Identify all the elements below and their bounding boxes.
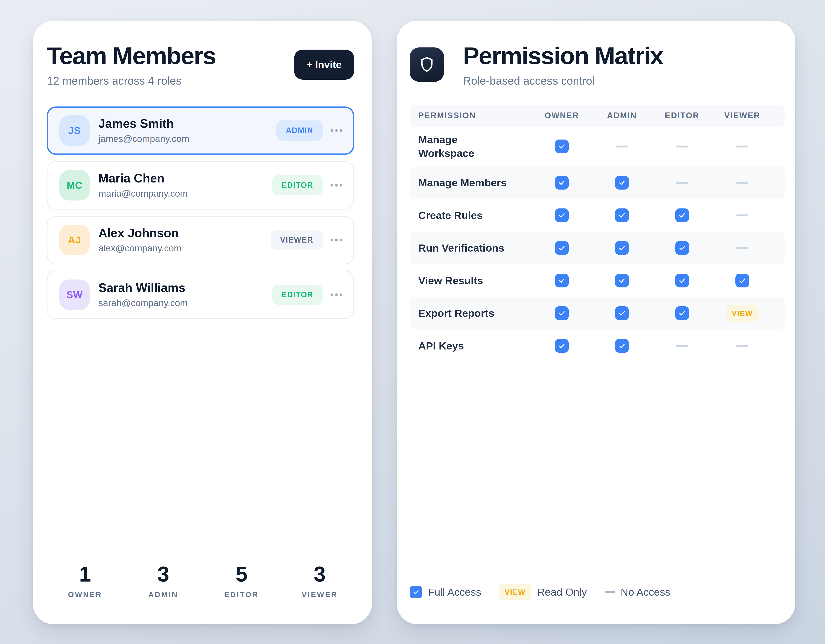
permission-label: Manage Workspace: [410, 132, 511, 160]
team-role-stats: 1 OWNER 3 ADMIN 5 EDITOR 3 VIEWER: [37, 544, 368, 599]
checkbox-checked-icon[interactable]: [555, 306, 569, 320]
checkbox-checked-icon[interactable]: [675, 241, 689, 255]
legend-item-read-only: VIEW Read Only: [499, 584, 587, 600]
member-row[interactable]: SW Sarah Williams sarah@company.com EDIT…: [47, 271, 354, 319]
member-row[interactable]: MC Maria Chen maria@company.com EDITOR: [47, 161, 354, 210]
permission-cell: [712, 247, 772, 249]
permission-matrix-panel: Permission Matrix Role-based access cont…: [397, 21, 796, 624]
permission-cell: [652, 182, 712, 184]
permission-cell: [532, 306, 592, 320]
checkbox-checked-icon[interactable]: [615, 208, 629, 222]
stat-value: 5: [202, 563, 281, 585]
member-list: JS James Smith james@company.com ADMIN M…: [47, 106, 354, 319]
checkbox-checked-icon[interactable]: [555, 241, 569, 255]
permission-row: View Results: [410, 264, 785, 297]
permission-cell: [712, 345, 772, 347]
checkbox-checked-icon[interactable]: [675, 274, 689, 287]
permission-row: Create Rules: [410, 199, 785, 232]
team-members-panel: Team Members 12 members across 4 roles +…: [32, 21, 372, 624]
no-access-dash-icon: [736, 214, 748, 216]
no-access-dash-icon: [736, 345, 748, 347]
column-header-editor: EDITOR: [652, 111, 712, 120]
permission-table-body: Manage Workspace Manage Members Create R…: [410, 127, 785, 362]
role-stat: 1 OWNER: [46, 563, 124, 599]
checkbox-checked-icon[interactable]: [615, 339, 629, 353]
permission-cell: [652, 208, 712, 222]
permission-row: API Keys: [410, 330, 785, 362]
member-actions: ADMIN: [276, 120, 343, 140]
member-info: Sarah Williams sarah@company.com: [98, 282, 188, 308]
avatar: SW: [59, 279, 90, 310]
permission-cell: [592, 339, 652, 353]
column-header-viewer: VIEWER: [712, 111, 772, 120]
permission-label: Run Verifications: [410, 241, 511, 255]
member-email: james@company.com: [98, 134, 189, 144]
permission-cell: [652, 306, 712, 320]
more-options-icon[interactable]: [330, 291, 343, 298]
checkbox-checked-icon[interactable]: [555, 339, 569, 353]
checkbox-checked-icon[interactable]: [615, 274, 629, 287]
role-stat: 3 VIEWER: [281, 563, 359, 599]
avatar: MC: [59, 170, 90, 200]
member-name: Alex Johnson: [98, 227, 182, 240]
member-role-badge: EDITOR: [272, 285, 323, 305]
no-access-dash-icon: [736, 146, 748, 148]
permission-cell: [532, 208, 592, 222]
permission-cell: [712, 214, 772, 216]
permission-row: Manage Workspace: [410, 127, 785, 166]
matrix-title-block: Permission Matrix Role-based access cont…: [463, 42, 663, 87]
permission-cell: [592, 176, 652, 190]
checkbox-checked-icon[interactable]: [735, 274, 749, 287]
member-role-badge: EDITOR: [272, 175, 323, 195]
permission-label: Export Reports: [410, 306, 511, 320]
legend-label: Full Access: [428, 586, 481, 598]
checkbox-checked-icon[interactable]: [555, 140, 569, 153]
column-header-owner: OWNER: [532, 111, 592, 120]
permission-cell: [712, 146, 772, 148]
permission-label: Manage Members: [410, 176, 511, 190]
permission-cell: [592, 274, 652, 287]
no-access-dash-icon: [676, 345, 688, 347]
permission-row: Run Verifications: [410, 232, 785, 264]
checkbox-checked-icon[interactable]: [675, 306, 689, 320]
checkbox-checked-icon[interactable]: [555, 208, 569, 222]
member-name: James Smith: [98, 117, 189, 130]
avatar: AJ: [59, 225, 90, 255]
permission-cell: [532, 339, 592, 353]
checkbox-checked-icon[interactable]: [615, 241, 629, 255]
view-badge: VIEW: [499, 584, 531, 600]
stat-value: 3: [124, 563, 202, 585]
legend: Full Access VIEW Read Only No Access: [410, 584, 785, 600]
role-stat: 3 ADMIN: [124, 563, 202, 599]
member-row[interactable]: JS James Smith james@company.com ADMIN: [47, 106, 354, 155]
checkbox-checked-icon[interactable]: [675, 208, 689, 222]
checkbox-checked-icon[interactable]: [555, 274, 569, 287]
permission-cell: [532, 176, 592, 190]
permission-row: Manage Members: [410, 166, 785, 199]
team-title-block: Team Members 12 members across 4 roles: [47, 42, 216, 87]
matrix-title: Permission Matrix: [463, 42, 663, 69]
permission-row: Export Reports VIEW: [410, 297, 785, 330]
legend-item-no-access: No Access: [604, 586, 670, 598]
checkbox-checked-icon[interactable]: [615, 306, 629, 320]
more-options-icon[interactable]: [330, 127, 343, 134]
more-options-icon[interactable]: [330, 237, 343, 243]
permission-cell: [652, 274, 712, 287]
permission-cell: [592, 208, 652, 222]
no-access-dash-icon: [676, 182, 688, 184]
no-access-dash-icon: [736, 247, 748, 249]
member-row[interactable]: AJ Alex Johnson alex@company.com VIEWER: [47, 216, 354, 264]
checkbox-checked-icon: [410, 586, 422, 598]
member-info: James Smith james@company.com: [98, 117, 189, 144]
permission-cell: [712, 182, 772, 184]
more-options-icon[interactable]: [330, 182, 343, 189]
permission-cell: [532, 140, 592, 153]
stat-label: ADMIN: [124, 590, 202, 599]
checkbox-checked-icon[interactable]: [615, 176, 629, 190]
permission-cell: [532, 274, 592, 287]
legend-label: No Access: [621, 586, 670, 598]
team-subtitle: 12 members across 4 roles: [47, 74, 216, 87]
invite-button[interactable]: + Invite: [294, 49, 354, 80]
permission-cell: [592, 306, 652, 320]
checkbox-checked-icon[interactable]: [555, 176, 569, 190]
